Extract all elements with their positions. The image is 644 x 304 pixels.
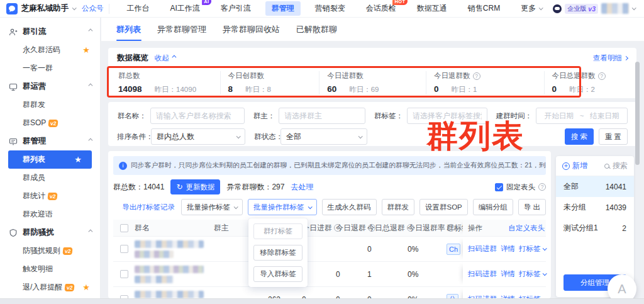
sidebar-item-trigger-details[interactable]: 触发明细 — [0, 260, 100, 278]
sidebar-item-group-stats[interactable]: 群统计 v2 — [0, 187, 100, 205]
search-icon — [604, 164, 609, 169]
main-nav: 工作台 AI工作流AI 客户引流 群管理 营销裂变 会话质检HOT 数据互通 销… — [121, 1, 553, 16]
tab-disbanded-groups[interactable]: 已解散群聊 — [296, 18, 337, 41]
view-detail-link[interactable]: 查看明细 — [593, 53, 628, 63]
batch-actions-row: 导出/打标签记录 批量操作标签 批量操作群标签 群打标签 移除群标签 导入群标签… — [113, 199, 546, 215]
collapse-link[interactable]: 收起 — [155, 53, 175, 63]
sidebar-section-group-acquisition[interactable]: 群引流 — [0, 23, 100, 41]
group-filter-test-group-1[interactable]: 测试分组1 2 — [556, 218, 634, 239]
handle-abnormal-link[interactable]: 去处理 — [291, 182, 313, 193]
scan-join-link[interactable]: 扫码进群 — [468, 244, 497, 254]
sidebar-item-group-welcome[interactable]: 群欢迎语 — [0, 205, 100, 223]
fixed-header-checkbox[interactable] — [495, 183, 503, 191]
nav-item-group-management[interactable]: 群管理 — [265, 1, 301, 16]
chevron-up-icon — [88, 230, 92, 234]
tag-action-link[interactable]: 打标签 — [519, 244, 546, 254]
channel-link[interactable]: 公众号 — [82, 4, 104, 13]
v2-badge: v2 — [65, 284, 75, 291]
vertical-scrollbar[interactable] — [635, 62, 640, 165]
group-filter-ungrouped[interactable]: 未分组 14039 — [556, 197, 634, 218]
detail-link[interactable]: 详情 — [501, 269, 515, 279]
group-mass-send-button[interactable]: 群群发 — [382, 199, 415, 215]
sort-select[interactable]: 群内总人数 — [151, 128, 245, 145]
sidebar-item-join-leave-reminder[interactable]: 退/入群提醒 v2 ★ — [0, 278, 100, 296]
nav-item-marketing-fission[interactable]: 营销裂变 — [309, 1, 352, 16]
nav-item-ai-workflow[interactable]: AI工作流AI — [164, 1, 206, 16]
nav-item-more[interactable]: 更多 — [514, 1, 548, 16]
horizontal-scrollbar-track — [0, 298, 644, 304]
col-group-tag: 群标签 — [447, 223, 463, 234]
chevron-down-icon — [539, 6, 543, 10]
export-tag-records-link[interactable]: 导出/打标签记录 — [122, 203, 175, 212]
fixed-header-toggle[interactable]: 固定表头 ? — [495, 183, 546, 192]
row-checkbox[interactable] — [120, 245, 128, 253]
col-total-left-today: 今日总退群? — [367, 223, 408, 234]
v2-badge: v2 — [47, 193, 58, 200]
menu-item-tag-group[interactable]: 群打标签 — [253, 223, 303, 239]
account-area[interactable]: 企业版 v3 — [553, 3, 644, 14]
sidebar-section-group-management[interactable]: 群管理 — [0, 132, 100, 150]
stat-total-groups: 群总数 14098昨日：14090 — [117, 71, 220, 94]
v2-badge: v2 — [48, 120, 59, 127]
detail-link[interactable]: 详情 — [501, 244, 515, 254]
divider — [109, 4, 109, 14]
add-group-button[interactable]: +新增 — [562, 160, 587, 171]
export-button[interactable]: 导 出 — [518, 199, 546, 215]
sidebar-item-group-list[interactable]: 群列表 ★ — [8, 150, 92, 169]
sidebar-item-anti-harassment-rules[interactable]: 防骚扰规则 v2 — [0, 242, 100, 260]
nav-item-data-exchange[interactable]: 数据互通 — [411, 1, 453, 16]
reset-button[interactable]: 重 置 — [599, 128, 628, 145]
redacted-group-name — [135, 291, 214, 299]
brand[interactable]: 芝麻私域助手 — [0, 3, 75, 14]
sidebar-item-permanent-group-qr[interactable]: 永久群活码 ★ — [0, 41, 100, 59]
sidebar-item-one-customer-one-group[interactable]: 一客一群 — [0, 59, 100, 77]
status-select[interactable]: 全部 — [280, 128, 367, 145]
tab-abnormal-group-management[interactable]: 异常群聊管理 — [157, 18, 206, 41]
version-badge: v3 — [588, 5, 596, 13]
monitor-list-icon — [9, 137, 18, 146]
edit-group-button[interactable]: 编辑分组 — [473, 199, 513, 215]
sidebar-item-group-members[interactable]: 群成员 — [0, 169, 100, 187]
chat-shield-icon — [9, 228, 18, 237]
chevron-down-icon — [542, 271, 547, 276]
chevron-down-icon — [632, 6, 636, 10]
refresh-data-button[interactable]: ↻ 更新数据 — [170, 179, 220, 194]
sidebar-section-anti-harassment[interactable]: 群防骚扰 — [0, 223, 100, 242]
chevron-up-icon — [172, 55, 176, 60]
group-search-button[interactable]: 搜索 — [604, 160, 628, 171]
sidebar-section-group-operation[interactable]: 群运营 — [0, 77, 100, 96]
list-total: 群总数：14041 — [113, 182, 164, 193]
date-range-picker[interactable]: 开始日期 ~ 结束日期 — [536, 108, 628, 124]
menu-item-remove-group-tag[interactable]: 移除群标签 — [253, 245, 303, 261]
nav-item-sales-crm[interactable]: 销售CRM — [462, 1, 506, 16]
table-row: 262 0 0 0 0% 公 扫码进群 详情 打标签 — [113, 287, 546, 298]
generate-permanent-code-button[interactable]: 生成永久群码 — [322, 199, 377, 215]
tabbar: 群列表 异常群聊管理 异常群聊回收站 已解散群聊 — [101, 18, 644, 42]
col-operations: 操作 自定义表头 — [463, 220, 546, 236]
custom-header-link[interactable]: 自定义表头 — [509, 223, 545, 233]
sidebar-item-group-mass-send[interactable]: 群群发 — [0, 96, 100, 114]
nav-item-chat-inspection[interactable]: 会话质检HOT — [360, 1, 402, 16]
row-checkbox[interactable] — [120, 270, 128, 278]
nav-item-workbench[interactable]: 工作台 — [121, 1, 156, 16]
stat-left-today: 今日退群数? 0昨日：1 — [426, 71, 544, 94]
group-table: 群名 群主 群人数 今日进群? 今日退群? 今日总退群? 今日退群率? 群标签 … — [113, 220, 546, 298]
nav-item-customer-acquisition[interactable]: 客户引流 — [214, 1, 257, 16]
group-tag-input[interactable] — [407, 108, 487, 124]
search-button[interactable]: 搜 索 — [565, 128, 594, 145]
group-filter-all[interactable]: 全部 14041 — [556, 176, 634, 197]
group-name-input[interactable] — [150, 108, 245, 124]
batch-tag-button[interactable]: 批量操作标签 — [181, 199, 243, 215]
sidebar-item-group-sop[interactable]: 群SOP v2 — [0, 114, 100, 132]
tab-group-list[interactable]: 群列表 — [116, 18, 141, 41]
group-owner-input[interactable] — [279, 108, 365, 124]
select-all-checkbox[interactable] — [120, 224, 128, 232]
tab-abnormal-group-recycle[interactable]: 异常群聊回收站 — [223, 18, 280, 41]
batch-group-tag-button[interactable]: 批量操作群标签 群打标签 移除群标签 导入群标签 — [248, 199, 317, 215]
menu-item-import-group-tag[interactable]: 导入群标签 — [253, 266, 303, 282]
scan-join-link[interactable]: 扫码进群 — [468, 269, 497, 279]
stat-joined-today: 今日进群数 60昨日：69 — [319, 71, 426, 94]
tag-action-link[interactable]: 打标签 — [519, 269, 546, 279]
set-group-sop-button[interactable]: 设置群SOP — [419, 199, 468, 215]
refresh-icon: ↻ — [176, 183, 182, 191]
